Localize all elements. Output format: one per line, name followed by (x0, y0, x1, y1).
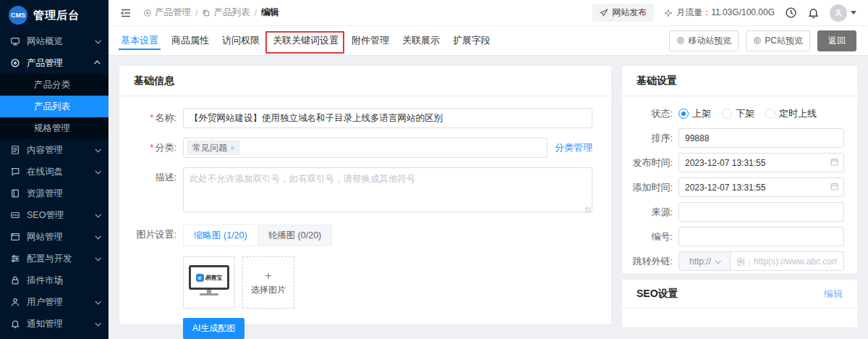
choose-image-label: 选择图片 (251, 284, 286, 296)
sidebar-item-label: 插件市场 (27, 275, 63, 287)
sidebar-item-spec-management[interactable]: 规格管理 (0, 117, 109, 139)
basic-settings-card: 基础设置 状态: 上架 下架 (622, 66, 857, 274)
tab-related-display[interactable]: 关联展示 (401, 26, 441, 55)
sidebar-item-plugin-market[interactable]: 插件市场 (0, 269, 109, 291)
user-menu[interactable] (830, 4, 856, 22)
radio-label: 下架 (736, 107, 754, 120)
history-clock-icon[interactable] (785, 7, 797, 19)
category-input[interactable]: 常见问题 × (183, 138, 548, 158)
ai-generate-image-button[interactable]: AI生成配图 (183, 318, 244, 339)
monitor-illustration: e 易营宝 (189, 265, 229, 300)
chat-bubble-icon (10, 167, 20, 177)
category-label: 分类: (155, 142, 176, 153)
chevron-down-icon (95, 298, 101, 304)
tab-extended-fields[interactable]: 扩展字段 (452, 26, 491, 55)
sidebar-item-config-dev[interactable]: 配置与开发 (0, 248, 109, 269)
tab-attachment-management[interactable]: 附件管理 (351, 26, 390, 55)
category-manage-link[interactable]: 分类管理 (555, 138, 592, 158)
sidebar-item-seo-management[interactable]: SEO管理 (0, 204, 109, 226)
eye-icon (676, 36, 685, 45)
sidebar-item-site-overview[interactable]: 网站概览 (0, 30, 109, 52)
number-input[interactable] (678, 227, 844, 246)
site-publish-label: 网站发布 (612, 7, 647, 19)
sidebar-item-product-management[interactable]: 产品管理 (0, 52, 109, 74)
external-link-row: 跳转外链: http:// (626, 251, 844, 271)
sidebar-submenu: 产品分类 产品列表 规格管理 (0, 74, 109, 139)
sidebar-item-product-list[interactable]: 产品列表 (0, 96, 109, 117)
description-textarea[interactable] (183, 167, 592, 212)
app-logo[interactable]: CMS 管理后台 (0, 0, 109, 30)
product-icon (10, 58, 20, 68)
monitor-icon (10, 36, 20, 46)
sliders-icon (10, 254, 20, 264)
external-link-label: 跳转外链: (626, 255, 678, 268)
chevron-down-icon (95, 255, 101, 261)
sidebar-item-online-inquiry[interactable]: 在线询盘 (0, 161, 109, 183)
thumbnail-image[interactable]: e 易营宝 (183, 256, 235, 309)
name-input[interactable] (183, 108, 592, 128)
sidebar-item-label: 内容管理 (27, 144, 63, 156)
basic-info-card: 基础信息 *名称: *分类: 常见问题 × 分类管理 (119, 66, 611, 325)
tabs: 基本设置 商品属性 访问权限 关联关键词设置 附件管理 关联展示 扩展字段 (120, 26, 491, 55)
avatar (830, 4, 847, 22)
image-list: e 易营宝 + 选择图片 (183, 256, 592, 309)
publish-time-input[interactable] (678, 153, 844, 172)
chevron-down-icon (95, 212, 101, 217)
protocol-value: http:// (689, 256, 711, 267)
sidebar-item-notification-management[interactable]: 通知管理 (0, 313, 109, 335)
document-icon (10, 145, 20, 155)
radio-off-shelf[interactable]: 下架 (722, 107, 754, 120)
sidebar-item-content-management[interactable]: 内容管理 (0, 139, 109, 161)
topbar: 产品管理 / 产品列表 / 编辑 网站发布 月流量：11.03G/100.00G (109, 0, 868, 26)
breadcrumb-label: 产品管理 (155, 7, 191, 19)
name-label: 名称: (155, 112, 176, 123)
tab-basic-settings[interactable]: 基本设置 (120, 26, 159, 55)
tab-product-attributes[interactable]: 商品属性 (171, 26, 210, 55)
chevron-down-icon (95, 146, 101, 152)
choose-image-uploader[interactable]: + 选择图片 (242, 256, 294, 309)
chevron-up-icon (94, 60, 100, 66)
bell-icon (10, 319, 20, 329)
plus-icon: + (265, 269, 272, 282)
protocol-select[interactable]: http:// (678, 251, 731, 271)
user-icon (10, 297, 20, 307)
notification-bell-icon[interactable] (807, 7, 820, 19)
radio-scheduled[interactable]: 定时上线 (765, 107, 817, 120)
sort-input[interactable] (678, 128, 844, 148)
mobile-preview-label: 移动站预览 (688, 35, 731, 47)
radio-on-shelf[interactable]: 上架 (678, 107, 711, 120)
back-button[interactable]: 返回 (817, 30, 856, 51)
brand-logo-text: 易营宝 (205, 274, 223, 282)
breadcrumb-product-list[interactable]: 产品列表 (202, 7, 250, 19)
mobile-preview-button[interactable]: 移动站预览 (669, 30, 739, 51)
lock-icon (10, 275, 20, 285)
tag-close-icon[interactable]: × (230, 143, 234, 152)
cms-logo-icon: CMS (9, 6, 27, 25)
collapse-sidebar-icon[interactable] (120, 7, 133, 20)
breadcrumb-product-management[interactable]: 产品管理 (143, 7, 191, 19)
source-input[interactable] (678, 202, 844, 222)
sidebar-item-website-management[interactable]: 网站管理 (0, 226, 109, 248)
thumbnail-tab[interactable]: 缩略图 (1/20) (183, 225, 258, 246)
sidebar-item-label: 用户管理 (27, 296, 63, 309)
carousel-tab[interactable]: 轮播图 (0/20) (258, 225, 333, 246)
sidebar-item-user-management[interactable]: 用户管理 (0, 291, 109, 313)
site-publish-button[interactable]: 网站发布 (592, 4, 654, 22)
radio-icon (765, 109, 775, 119)
sidebar-item-label: 在线询盘 (27, 166, 63, 178)
radio-icon (722, 109, 732, 119)
pc-preview-label: PC站预览 (765, 35, 803, 47)
add-time-label: 添加时间: (626, 181, 678, 194)
seo-edit-link[interactable]: 编辑 (824, 288, 843, 301)
sidebar-item-resource-management[interactable]: 资源管理 (0, 183, 109, 204)
add-time-input[interactable] (678, 177, 844, 197)
tab-related-keywords[interactable]: 关联关键词设置 (272, 26, 339, 55)
pc-preview-button[interactable]: PC站预览 (746, 30, 810, 51)
radio-label: 上架 (692, 107, 711, 120)
required-mark: * (150, 112, 153, 123)
tab-access-permission[interactable]: 访问权限 (221, 26, 260, 55)
sidebar-item-product-category[interactable]: 产品分类 (0, 74, 109, 96)
sidebar-item-label: 配置与开发 (27, 253, 72, 265)
external-link-input[interactable] (731, 251, 844, 271)
tab-actions: 移动站预览 PC站预览 返回 (669, 30, 856, 51)
